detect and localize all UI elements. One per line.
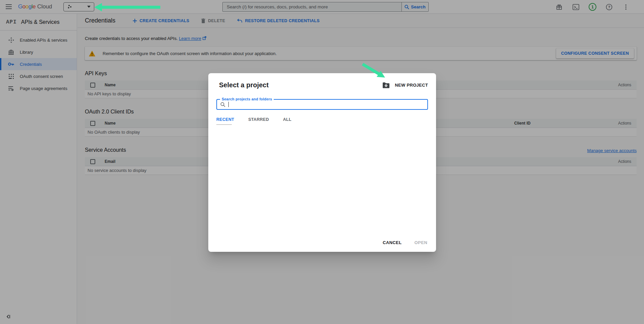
tab-recent[interactable]: RECENT [216, 117, 234, 124]
text-caret [228, 102, 229, 107]
select-project-dialog: Select a project NEW PROJECT Search proj… [208, 73, 436, 252]
tab-starred[interactable]: STARRED [248, 117, 269, 124]
dialog-tabs: RECENT STARRED ALL [208, 117, 436, 124]
search-field-label: Search projects and folders [220, 97, 274, 101]
project-search-field[interactable]: Search projects and folders [216, 99, 428, 110]
project-search-input[interactable] [228, 102, 424, 107]
new-project-button[interactable]: NEW PROJECT [382, 82, 428, 88]
tab-all[interactable]: ALL [283, 117, 291, 124]
new-project-label: NEW PROJECT [395, 83, 428, 88]
dialog-title: Select a project [219, 81, 269, 89]
new-project-folder-icon [382, 82, 390, 88]
open-button[interactable]: OPEN [415, 240, 427, 245]
cancel-button[interactable]: CANCEL [383, 240, 402, 245]
search-icon [220, 102, 225, 107]
active-tab-indicator [216, 124, 232, 125]
